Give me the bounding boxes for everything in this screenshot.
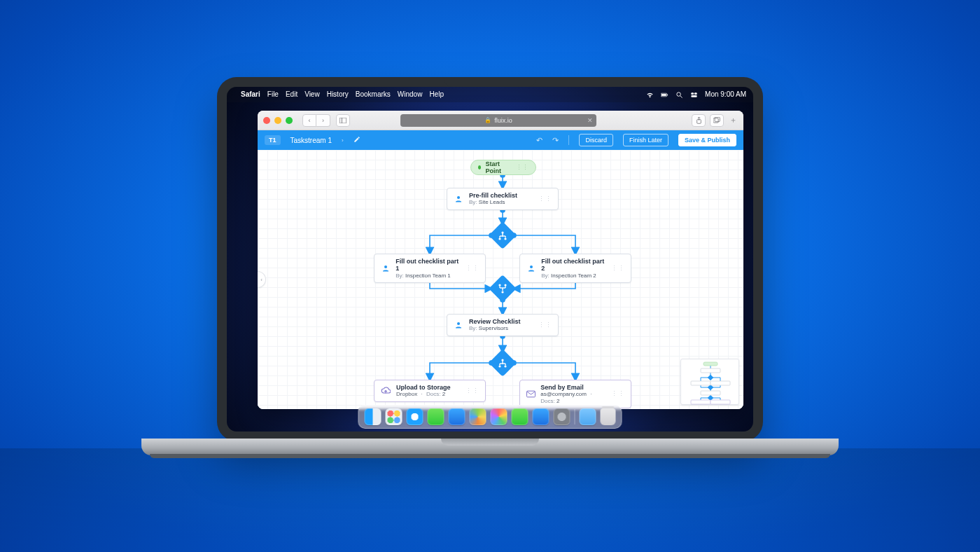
svg-point-28 — [498, 284, 500, 286]
dock-app-photos[interactable] — [491, 408, 507, 425]
menubar-item-history[interactable]: History — [327, 87, 349, 102]
svg-rect-2 — [667, 94, 668, 95]
taskstream-title[interactable]: Taskstream 1 — [290, 137, 332, 144]
menubar-item-file[interactable]: File — [267, 87, 279, 102]
wifi-icon[interactable] — [646, 91, 654, 99]
svg-rect-1 — [662, 94, 666, 96]
dock-app-appstore[interactable] — [533, 408, 550, 425]
back-button[interactable]: ‹ — [302, 114, 316, 127]
svg-rect-60 — [710, 400, 730, 404]
drag-handle-icon[interactable]: ⋮⋮ — [611, 265, 625, 272]
drag-handle-icon[interactable]: ⋮⋮ — [465, 387, 479, 394]
dock-app-settings[interactable] — [554, 408, 570, 425]
workflow-canvas[interactable]: ‹ — [258, 150, 743, 409]
svg-rect-12 — [713, 118, 718, 123]
menubar-item-bookmarks[interactable]: Bookmarks — [356, 87, 391, 102]
start-label: Start Point — [485, 160, 509, 174]
node-title: Pre-fill checklist — [469, 192, 517, 199]
dock-app-launchpad[interactable] — [386, 408, 402, 425]
dock-divider — [575, 409, 575, 425]
svg-rect-5 — [691, 92, 694, 95]
svg-point-34 — [501, 291, 503, 293]
svg-point-38 — [498, 365, 500, 367]
svg-line-4 — [680, 95, 682, 97]
node-upload-storage[interactable]: Upload to Storage Dropbox · Docs: 2 ⋮⋮ — [374, 380, 486, 402]
dock-folder[interactable] — [580, 408, 596, 425]
menubar-item-view[interactable]: View — [304, 87, 320, 102]
node-fill-part-1[interactable]: Fill out checklist part 1 By: Inspection… — [374, 254, 486, 283]
cloud-upload-icon — [380, 385, 391, 396]
menubar-item-help[interactable]: Help — [429, 87, 444, 102]
svg-point-39 — [504, 365, 506, 367]
node-start-point[interactable]: Start Point ⋮⋮ — [470, 160, 536, 175]
laptop: Safari File Edit View History Bookmarks … — [217, 77, 763, 462]
laptop-bezel: Safari File Edit View History Bookmarks … — [217, 77, 763, 441]
node-prefill-checklist[interactable]: Pre-fill checklist By: Site Leads ⋮⋮ — [447, 188, 559, 210]
undo-button[interactable]: ↶ — [536, 136, 542, 145]
dock-app-finder[interactable] — [365, 408, 382, 425]
safari-window: ‹ › 🔒 fluix.io ✕ — [258, 111, 743, 409]
new-tab-button[interactable]: ＋ — [728, 116, 738, 125]
address-bar[interactable]: 🔒 fluix.io ✕ — [400, 114, 596, 127]
svg-point-23 — [504, 237, 506, 240]
battery-icon[interactable] — [661, 91, 668, 99]
drag-handle-icon[interactable]: ⋮⋮ — [611, 390, 625, 397]
drag-handle-icon[interactable]: ⋮⋮ — [513, 164, 528, 171]
laptop-screen: Safari File Edit View History Bookmarks … — [227, 87, 753, 432]
svg-rect-51 — [708, 375, 713, 380]
taskstream-badge[interactable]: T1 — [265, 135, 281, 145]
svg-rect-6 — [694, 92, 697, 95]
minimize-window-button[interactable] — [274, 117, 281, 124]
menubar-item-window[interactable]: Window — [398, 87, 423, 102]
user-icon — [453, 319, 464, 331]
discard-button[interactable]: Discard — [579, 134, 613, 146]
svg-point-46 — [457, 322, 460, 325]
forward-button[interactable]: › — [316, 114, 330, 127]
maximize-window-button[interactable] — [286, 117, 293, 124]
laptop-underside — [150, 454, 830, 458]
dock-app-facetime[interactable] — [512, 408, 528, 425]
close-window-button[interactable] — [263, 117, 270, 124]
macos-dock — [358, 405, 622, 429]
svg-point-22 — [498, 237, 500, 240]
tabs-button[interactable] — [710, 114, 724, 127]
node-title: Fill out checklist part 2 — [541, 258, 606, 272]
drag-handle-icon[interactable]: ⋮⋮ — [538, 195, 552, 202]
save-publish-button[interactable]: Save & Publish — [678, 134, 736, 146]
node-send-email[interactable]: Send by Email as@company.com · Docs: 2 ⋮… — [519, 380, 631, 408]
menubar-app-name[interactable]: Safari — [241, 87, 260, 102]
svg-point-45 — [530, 265, 533, 268]
finish-later-button[interactable]: Finish Later — [623, 134, 668, 146]
search-icon[interactable] — [676, 91, 683, 99]
menubar-item-edit[interactable]: Edit — [286, 87, 298, 102]
share-button[interactable] — [692, 114, 706, 127]
drag-handle-icon[interactable]: ⋮⋮ — [465, 265, 479, 272]
dock-trash[interactable] — [601, 408, 616, 425]
control-center-icon[interactable] — [690, 91, 698, 99]
dock-app-mail[interactable] — [449, 408, 465, 425]
node-fill-part-2[interactable]: Fill out checklist part 2 By: Inspection… — [519, 254, 631, 283]
canvas-inner: Start Point ⋮⋮ Pre-fill checklist By: Si… — [262, 154, 743, 409]
dock-app-maps[interactable] — [470, 408, 486, 425]
stop-reload-button[interactable]: ✕ — [587, 117, 593, 124]
node-review-checklist[interactable]: Review Checklist By: Supervisors ⋮⋮ — [447, 314, 559, 336]
svg-rect-59 — [691, 400, 710, 404]
laptop-lip — [441, 439, 539, 446]
node-title: Send by Email — [540, 384, 606, 391]
laptop-notch — [444, 77, 536, 87]
svg-point-3 — [677, 92, 681, 96]
edit-icon[interactable] — [354, 136, 360, 144]
dock-app-safari[interactable] — [407, 408, 424, 425]
user-icon — [380, 263, 391, 274]
menubar-clock[interactable]: Mon 9:00 AM — [705, 87, 746, 102]
minimap[interactable] — [680, 359, 739, 405]
redo-button[interactable]: ↷ — [552, 136, 559, 145]
breadcrumb-chevron-icon: › — [342, 137, 344, 144]
drag-handle-icon[interactable]: ⋮⋮ — [538, 322, 552, 329]
safari-toolbar: ‹ › 🔒 fluix.io ✕ — [258, 111, 743, 130]
sidebar-toggle-button[interactable] — [336, 114, 350, 127]
svg-rect-58 — [701, 391, 720, 395]
dock-app-messages[interactable] — [428, 408, 444, 425]
window-controls — [263, 117, 293, 124]
address-host: fluix.io — [494, 117, 512, 124]
